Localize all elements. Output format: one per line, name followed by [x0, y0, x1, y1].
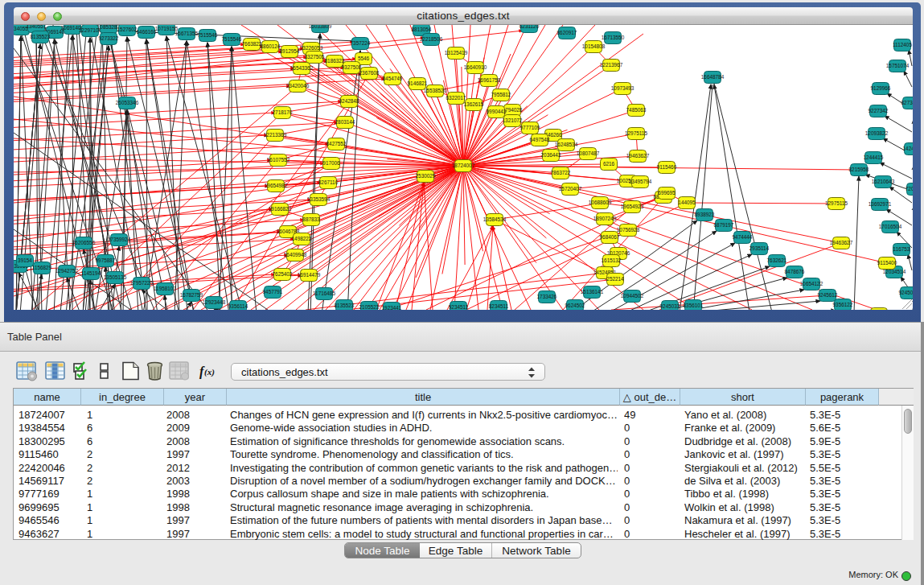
svg-text:12923448: 12923448 — [203, 299, 226, 305]
svg-text:1498222: 1498222 — [292, 236, 312, 241]
svg-text:7663822: 7663822 — [242, 41, 262, 47]
svg-text:1340557: 1340557 — [27, 25, 47, 29]
svg-text:9115400: 9115400 — [877, 260, 897, 266]
svg-text:12213967: 12213967 — [600, 62, 623, 68]
svg-text:9115460: 9115460 — [657, 164, 677, 170]
svg-text:8215958: 8215958 — [849, 167, 869, 172]
svg-text:10688609: 10688609 — [589, 200, 612, 205]
svg-text:16640910: 16640910 — [464, 64, 487, 70]
svg-text:2718170: 2718170 — [273, 109, 293, 115]
svg-text:39154: 39154 — [18, 257, 32, 263]
svg-text:11716485: 11716485 — [313, 290, 335, 296]
svg-text:10154808: 10154808 — [582, 43, 606, 49]
svg-text:16648784: 16648784 — [701, 74, 725, 80]
svg-text:15751074: 15751074 — [886, 63, 910, 68]
svg-text:16961758: 16961758 — [478, 77, 501, 83]
svg-text:2105523: 2105523 — [359, 304, 380, 310]
svg-text:18724007: 18724007 — [452, 163, 475, 168]
svg-text:1923441: 1923441 — [382, 305, 402, 310]
svg-text:15720407: 15720407 — [559, 186, 582, 192]
svg-text:1321072: 1321072 — [503, 117, 523, 123]
svg-text:8912954: 8912954 — [280, 48, 300, 54]
svg-text:8135523: 8135523 — [31, 34, 51, 39]
svg-text:144095: 144095 — [678, 200, 696, 205]
svg-text:11958107: 11958107 — [154, 286, 176, 291]
svg-text:23226053: 23226053 — [300, 45, 323, 51]
svg-text:2803144: 2803144 — [335, 119, 355, 125]
svg-text:6879197: 6879197 — [714, 222, 734, 228]
svg-text:1112405: 1112405 — [893, 42, 912, 47]
svg-text:13584534: 13584534 — [483, 216, 507, 222]
svg-text:9146821: 9146821 — [408, 80, 428, 86]
svg-text:9129966: 9129966 — [871, 85, 891, 91]
svg-text:15136141: 15136141 — [581, 289, 604, 295]
svg-text:3327505: 3327505 — [305, 54, 325, 60]
svg-text:1156829: 1156829 — [32, 265, 52, 270]
svg-text:13495794: 13495794 — [629, 179, 652, 184]
svg-text:26053346: 26053346 — [116, 100, 139, 105]
svg-text:8813054: 8813054 — [412, 27, 432, 32]
svg-text:19166822: 19166822 — [269, 206, 292, 212]
svg-text:2935114: 2935114 — [749, 245, 770, 251]
svg-text:887833: 887833 — [302, 216, 320, 222]
svg-text:8135523: 8135523 — [335, 303, 355, 308]
svg-text:1362615: 1362615 — [464, 101, 484, 107]
svg-text:13692971: 13692971 — [869, 201, 892, 207]
svg-text:1424553: 1424553 — [903, 146, 913, 151]
svg-text:16033809: 16033809 — [309, 25, 332, 29]
svg-text:12213369: 12213369 — [264, 132, 287, 138]
svg-text:6216: 6216 — [603, 161, 615, 167]
svg-text:9356114: 9356114 — [228, 303, 248, 309]
svg-text:6497548: 6497548 — [530, 137, 550, 142]
svg-text:8427552: 8427552 — [326, 141, 347, 146]
svg-text:23420046: 23420046 — [286, 83, 310, 89]
svg-text:7515546: 7515546 — [222, 36, 242, 42]
svg-text:16782759: 16782759 — [180, 292, 203, 298]
svg-text:699695: 699695 — [658, 190, 676, 196]
svg-text:13125419: 13125419 — [445, 50, 468, 56]
svg-text:9777109: 9777109 — [520, 125, 540, 130]
svg-text:1733426: 1733426 — [537, 294, 557, 299]
svg-text:2036443: 2036443 — [541, 152, 561, 158]
svg-text:10654122: 10654122 — [800, 281, 823, 286]
svg-text:7625402: 7625402 — [273, 271, 293, 277]
svg-text:7357224: 7357224 — [351, 40, 371, 46]
svg-text:19654982: 19654982 — [265, 183, 288, 188]
svg-text:13505135: 13505135 — [104, 274, 127, 280]
svg-text:17016504: 17016504 — [879, 224, 902, 229]
svg-text:1145194: 1145194 — [81, 270, 101, 276]
svg-text:17957225: 17957225 — [130, 280, 154, 286]
svg-text:8620917: 8620917 — [557, 30, 577, 35]
svg-text:10944502: 10944502 — [621, 293, 644, 299]
svg-text:9242848: 9242848 — [339, 98, 359, 104]
svg-text:12093822: 12093822 — [865, 130, 889, 136]
svg-text:7955812: 7955812 — [491, 92, 511, 97]
svg-text:9474444: 9474444 — [733, 234, 753, 240]
svg-text:8186323: 8186323 — [325, 58, 345, 64]
svg-text:13353594: 13353594 — [307, 196, 331, 202]
svg-text:1615132: 1615132 — [602, 257, 622, 263]
svg-text:10807487: 10807487 — [577, 150, 600, 156]
svg-text:12034514: 12034514 — [883, 269, 906, 274]
svg-text:6231120: 6231120 — [519, 25, 540, 29]
svg-text:16107552: 16107552 — [267, 157, 290, 163]
svg-text:16210643: 16210643 — [872, 179, 895, 184]
svg-text:5546: 5546 — [358, 56, 370, 61]
svg-text:252214: 252214 — [606, 276, 624, 282]
svg-text:7205112: 7205112 — [906, 186, 913, 192]
svg-text:2530029: 2530029 — [416, 173, 436, 179]
svg-text:17359924: 17359924 — [108, 237, 131, 242]
svg-text:16671355: 16671355 — [175, 31, 199, 36]
svg-text:7515546: 7515546 — [198, 32, 218, 38]
svg-text:8267110: 8267110 — [318, 179, 339, 185]
svg-text:19463627: 19463627 — [626, 153, 650, 159]
svg-text:10756928: 10756928 — [617, 227, 640, 233]
svg-text:12975115: 12975115 — [625, 130, 647, 136]
svg-text:9327508: 9327508 — [342, 64, 362, 70]
svg-text:116753: 116753 — [893, 246, 910, 252]
svg-text:16409948: 16409948 — [284, 252, 307, 257]
svg-text:15538520: 15538520 — [424, 88, 447, 93]
svg-text:10973493: 10973493 — [611, 85, 634, 91]
svg-text:1527602: 1527602 — [117, 27, 138, 32]
svg-text:7863722: 7863722 — [551, 170, 571, 175]
